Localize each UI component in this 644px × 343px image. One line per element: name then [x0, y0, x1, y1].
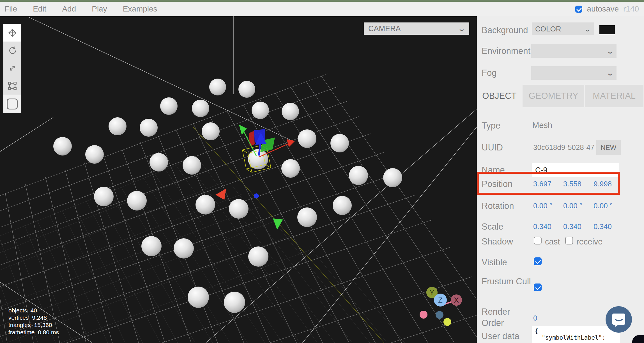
- scene-canvas[interactable]: YZX: [0, 16, 477, 343]
- properties-sidebar: Background COLOR ⌄ Environment ⌄ Fog ⌄ O…: [477, 16, 644, 343]
- move-icon: [8, 28, 17, 37]
- rotate-tool-button[interactable]: [3, 42, 21, 59]
- frustum-cull-label: Frustum Cull: [482, 276, 532, 287]
- stat-objects: objects40: [8, 307, 59, 314]
- scale-z-field[interactable]: 0.340: [594, 222, 620, 231]
- scene-sphere: [183, 156, 201, 175]
- uuid-value: 30c618d9-5028-47: [533, 143, 594, 152]
- autosave-label: autosave: [587, 4, 619, 13]
- tab-material[interactable]: MATERIAL: [585, 85, 643, 107]
- background-color-swatch[interactable]: [599, 25, 615, 34]
- chevron-down-icon: ⌄: [457, 27, 466, 30]
- tab-geometry[interactable]: GEOMETRY: [523, 85, 585, 107]
- scene-sphere: [297, 207, 317, 227]
- axes-helper[interactable]: YZX: [420, 287, 462, 326]
- shadow-receive-label: receive: [576, 237, 603, 246]
- camera-select-value: CAMERA: [368, 24, 401, 33]
- chevron-down-icon: ⌄: [606, 50, 615, 52]
- menu-file[interactable]: File: [4, 4, 17, 13]
- svg-text:X: X: [454, 296, 459, 304]
- shadow-cast-checkbox[interactable]: [534, 237, 542, 244]
- scale-x-field[interactable]: 0.340: [533, 222, 560, 231]
- scale-y-field[interactable]: 0.340: [563, 222, 590, 231]
- frustum-cull-checkbox[interactable]: [534, 283, 542, 291]
- autosave-checkbox[interactable]: [575, 6, 582, 13]
- render-order-label: Render Order: [482, 306, 532, 329]
- camera-select[interactable]: CAMERA ⌄: [364, 22, 469, 35]
- menu-add[interactable]: Add: [62, 4, 76, 13]
- scene-sphere: [196, 195, 215, 214]
- stat-frametime: frametime0.80 ms: [8, 329, 59, 336]
- fog-select[interactable]: ⌄: [531, 66, 617, 80]
- scene-sphere: [85, 145, 104, 164]
- render-stats: objects40 vertices9,248 triangles15,360 …: [8, 307, 59, 336]
- bounding-box-tool-button[interactable]: [3, 77, 21, 95]
- scene-sphere: [209, 79, 226, 95]
- scene-sphere: [141, 236, 162, 256]
- user-data-textarea[interactable]: { "symbolWithLabel":: [532, 326, 620, 343]
- sphere-field: [53, 79, 402, 313]
- menu-play[interactable]: Play: [92, 4, 107, 13]
- environment-select[interactable]: ⌄: [531, 44, 617, 58]
- rotation-label: Rotation: [482, 200, 532, 212]
- tab-object[interactable]: OBJECT: [477, 85, 522, 107]
- scene-sphere: [224, 292, 245, 313]
- position-y-field[interactable]: 3.558: [563, 180, 590, 188]
- scene-sphere: [150, 153, 168, 172]
- grid-axis-line: [193, 127, 384, 343]
- scene-sphere: [229, 199, 249, 219]
- scene-sphere: [349, 166, 368, 185]
- gizmo-cone-green: [273, 218, 283, 230]
- scene-sphere: [192, 100, 209, 117]
- scene-sphere: [109, 117, 127, 135]
- chevron-down-icon: ⌄: [606, 72, 615, 74]
- scene-sphere: [140, 119, 158, 137]
- rotation-y-field[interactable]: 0.00 °: [563, 202, 590, 210]
- background-select[interactable]: COLOR ⌄: [532, 22, 594, 35]
- svg-text:Z: Z: [438, 296, 443, 304]
- scale-tool-button[interactable]: [3, 59, 21, 77]
- scale-label: Scale: [482, 221, 532, 232]
- stat-vertices: vertices9,248: [8, 314, 59, 321]
- shadow-receive-checkbox[interactable]: [565, 237, 573, 244]
- scene-sphere: [202, 122, 220, 140]
- scene-sphere: [94, 187, 114, 206]
- type-value: Mesh: [532, 121, 552, 130]
- gizmo-dot-blue: [254, 193, 259, 198]
- local-space-section: [3, 95, 21, 113]
- scene-sphere: [248, 246, 268, 267]
- transform-gizmo[interactable]: [215, 125, 295, 230]
- shadow-cast-label: cast: [545, 237, 560, 246]
- transform-toolbar: [3, 24, 21, 113]
- rotation-z-field[interactable]: 0.00 °: [594, 202, 620, 210]
- rotate-icon: [8, 46, 17, 55]
- translate-tool-button[interactable]: [3, 24, 21, 42]
- axes-node: [443, 318, 451, 326]
- visible-checkbox[interactable]: [534, 257, 542, 265]
- environment-label: Environment: [482, 45, 532, 57]
- axes-node: [420, 311, 427, 319]
- menu-examples[interactable]: Examples: [123, 4, 157, 13]
- position-label: Position: [482, 179, 532, 190]
- scene-sphere: [188, 287, 209, 308]
- rotation-x-field[interactable]: 0.00 °: [533, 202, 560, 210]
- scene-sphere: [127, 191, 147, 211]
- viewport[interactable]: YZX CAMERA ⌄: [0, 16, 477, 343]
- svg-text:Y: Y: [429, 288, 434, 297]
- scene-sphere: [53, 137, 72, 156]
- menu-edit[interactable]: Edit: [33, 4, 46, 13]
- scene-sphere: [282, 103, 299, 120]
- sidebar-tabs: OBJECT GEOMETRY MATERIAL: [477, 85, 644, 107]
- shadow-label: Shadow: [482, 236, 532, 247]
- scene-sphere: [252, 102, 269, 119]
- render-order-field[interactable]: 0: [533, 314, 560, 323]
- scene-sphere: [330, 134, 349, 152]
- scene-sphere: [160, 97, 178, 115]
- local-space-checkbox[interactable]: [7, 99, 18, 109]
- scene-sphere: [333, 196, 352, 215]
- chat-fab-button[interactable]: [606, 306, 632, 333]
- scene-sphere: [238, 81, 255, 98]
- position-z-field[interactable]: 9.998: [594, 180, 620, 188]
- position-x-field[interactable]: 3.697: [533, 180, 560, 188]
- uuid-new-button[interactable]: NEW: [596, 140, 621, 155]
